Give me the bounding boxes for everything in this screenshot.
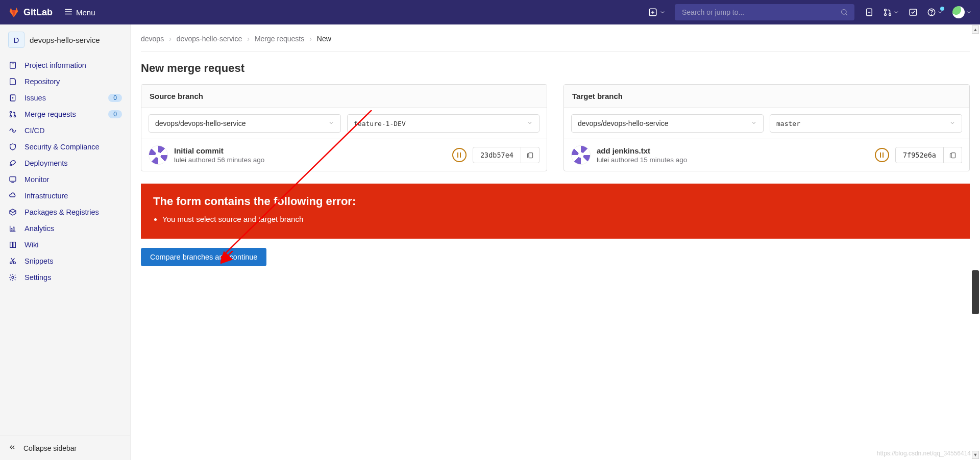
breadcrumb-separator-icon: › (247, 35, 250, 43)
pause-icon (880, 152, 884, 158)
create-new-dropdown[interactable] (646, 6, 668, 19)
svg-point-19 (12, 97, 13, 98)
gitlab-logo-icon (8, 7, 19, 18)
sidebar-item-security-compliance[interactable]: Security & Compliance (0, 139, 130, 155)
count-badge: 0 (108, 94, 122, 102)
chevron-down-icon (751, 119, 757, 127)
copy-sha-button[interactable] (521, 147, 540, 163)
project-name: devops-hello-service (30, 36, 100, 44)
hamburger-icon (64, 7, 73, 18)
topbar: GitLab Menu (0, 0, 980, 24)
source-commit-title[interactable]: Initial commit (174, 146, 446, 155)
info-icon (8, 61, 17, 69)
global-search[interactable] (675, 4, 854, 20)
settings-icon (8, 273, 17, 282)
sidebar-item-analytics[interactable]: Analytics (0, 220, 130, 237)
pipeline-status-pending-icon[interactable] (875, 148, 889, 162)
sidebar-item-monitor[interactable]: Monitor (0, 171, 130, 188)
author-avatar-icon (149, 145, 168, 165)
sidebar-item-deployments[interactable]: Deployments (0, 155, 130, 171)
sidebar-item-label: Issues (24, 94, 101, 102)
merge-requests-shortcut[interactable] (883, 8, 899, 17)
chart-icon (8, 224, 17, 233)
sidebar-item-label: Settings (24, 273, 122, 282)
collapse-sidebar[interactable]: Collapse sidebar (0, 436, 130, 460)
menu-toggle[interactable]: Menu (64, 7, 95, 18)
todos-shortcut-icon[interactable] (909, 8, 918, 17)
help-dropdown[interactable] (927, 8, 943, 17)
target-commit-row: add jenkins.txt lulei authored 15 minute… (564, 139, 969, 171)
page-title: New merge request (141, 62, 970, 75)
source-branch-panel: Source branch devops/devops-hello-servic… (141, 84, 547, 171)
target-branch-dropdown[interactable]: master (770, 114, 962, 133)
compare-branches-button[interactable]: Compare branches and continue (141, 248, 266, 266)
svg-rect-23 (10, 177, 16, 182)
wiki-icon (8, 241, 17, 249)
svg-rect-33 (951, 152, 955, 158)
scrollbar-down-icon[interactable]: ▼ (972, 451, 979, 459)
target-commit-sha[interactable]: 7f952e6a (895, 147, 944, 163)
chevron-down-icon (893, 9, 899, 15)
error-item: You must select source and target branch (162, 213, 958, 225)
sidebar-item-label: Snippets (24, 257, 122, 265)
target-commit-title[interactable]: add jenkins.txt (597, 146, 869, 155)
sidebar-item-project-information[interactable]: Project information (0, 57, 130, 73)
copy-sha-button[interactable] (944, 147, 962, 163)
target-panel-title: Target branch (564, 85, 969, 108)
sidebar-item-snippets[interactable]: Snippets (0, 253, 130, 269)
svg-rect-28 (13, 227, 14, 231)
sidebar-item-label: CI/CD (24, 126, 122, 135)
svg-point-11 (885, 14, 887, 16)
sidebar-item-label: Monitor (24, 175, 122, 184)
brand[interactable]: GitLab (8, 7, 53, 18)
sidebar-item-wiki[interactable]: Wiki (0, 237, 130, 253)
target-commit-byline: lulei authored 15 minutes ago (597, 156, 869, 164)
breadcrumb-item[interactable]: devops (141, 35, 164, 43)
menu-label: Menu (76, 8, 95, 17)
sidebar-item-ci-cd[interactable]: CI/CD (0, 122, 130, 139)
svg-point-31 (12, 276, 14, 278)
sidebar-item-label: Wiki (24, 241, 122, 249)
source-commit-byline: lulei authored 56 minutes ago (174, 156, 446, 164)
sidebar-nav: Project informationRepositoryIssues0Merg… (0, 55, 130, 436)
breadcrumb-item[interactable]: Merge requests (255, 35, 304, 43)
user-avatar-icon (952, 6, 965, 18)
search-input[interactable] (681, 8, 840, 17)
pipeline-status-pending-icon[interactable] (452, 148, 467, 162)
issues-shortcut-icon[interactable] (865, 8, 874, 17)
scrollbar-thumb[interactable] (972, 270, 979, 314)
clipboard-icon (949, 151, 957, 159)
sidebar-item-infrastructure[interactable]: Infrastructure (0, 188, 130, 204)
sidebar-item-repository[interactable]: Repository (0, 73, 130, 90)
user-menu[interactable] (952, 6, 972, 18)
cicd-icon (8, 126, 17, 135)
svg-point-6 (842, 10, 846, 14)
svg-line-7 (846, 14, 847, 15)
sidebar-context[interactable]: D devops-hello-service (0, 24, 130, 55)
target-branch-panel: Target branch devops/devops-hello-servic… (564, 84, 970, 171)
sidebar-item-merge-requests[interactable]: Merge requests0 (0, 106, 130, 122)
brand-name: GitLab (23, 7, 53, 18)
chevron-down-icon (966, 9, 972, 15)
breadcrumb-item[interactable]: devops-hello-service (177, 35, 242, 43)
sidebar-item-label: Merge requests (24, 110, 101, 118)
infra-icon (8, 192, 17, 200)
target-project-dropdown[interactable]: devops/devops-hello-service (571, 114, 764, 133)
sidebar-item-issues[interactable]: Issues0 (0, 90, 130, 106)
clipboard-icon (526, 151, 534, 159)
source-commit-sha[interactable]: 23db57e4 (473, 147, 521, 163)
error-list: You must select source and target branch (162, 213, 958, 225)
chevron-down-icon (527, 120, 533, 127)
target-branch-value: master (776, 120, 800, 127)
source-project-dropdown[interactable]: devops/devops-hello-service (149, 114, 341, 133)
scrollbar-up-icon[interactable]: ▲ (972, 25, 979, 34)
source-branch-dropdown[interactable]: feature-1-DEV (347, 114, 540, 133)
merge-icon (8, 110, 17, 118)
monitor-icon (8, 175, 17, 184)
sidebar-item-label: Deployments (24, 159, 122, 167)
repo-icon (8, 78, 17, 86)
sidebar-item-settings[interactable]: Settings (0, 269, 130, 286)
sidebar-item-packages-registries[interactable]: Packages & Registries (0, 204, 130, 220)
sidebar-item-label: Security & Compliance (24, 143, 122, 151)
error-heading: The form contains the following error: (153, 195, 958, 208)
